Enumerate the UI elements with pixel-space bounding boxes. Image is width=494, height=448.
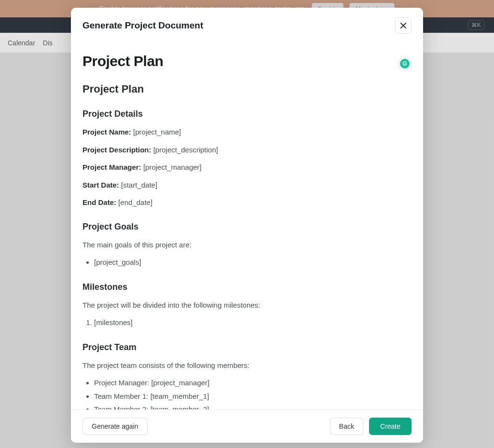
detail-value: [start_date] — [121, 181, 157, 189]
modal-footer: Generate again Back Create — [71, 409, 423, 443]
page-title: Project Plan — [82, 53, 412, 69]
list-item: [project_goals] — [94, 256, 412, 269]
list-item: Project Manager: [project_manager] — [94, 377, 412, 389]
detail-value: [project_manager] — [143, 163, 202, 171]
list-item: Team Member 1: [team_member_1] — [94, 390, 412, 403]
detail-start-date: Start Date: [start_date] — [82, 180, 412, 191]
detail-label: Project Manager: — [82, 163, 141, 171]
detail-project-name: Project Name: [project_name] — [82, 127, 412, 138]
detail-value: [project_description] — [153, 146, 218, 154]
detail-value: [end_date] — [118, 198, 152, 206]
section-heading-plan: Project Plan — [82, 83, 412, 95]
section-heading-milestones: Milestones — [82, 282, 412, 292]
team-list: Project Manager: [project_manager] Team … — [82, 377, 412, 409]
create-button[interactable]: Create — [369, 418, 412, 435]
detail-value: [project_name] — [133, 128, 181, 136]
close-icon — [399, 22, 407, 29]
list-item: Team Member 2: [team_member_2] — [94, 403, 412, 409]
footer-right-group: Back Create — [330, 418, 412, 435]
modal-body: G Project Plan Project Plan Project Deta… — [71, 38, 423, 409]
modal-header: Generate Project Document — [71, 8, 423, 38]
detail-label: Project Description: — [82, 146, 151, 154]
team-intro: The project team consists of the followi… — [82, 360, 412, 371]
detail-project-description: Project Description: [project_descriptio… — [82, 145, 412, 156]
detail-project-manager: Project Manager: [project_manager] — [82, 162, 412, 173]
close-button[interactable] — [395, 17, 412, 34]
section-heading-details: Project Details — [82, 109, 412, 119]
section-heading-team: Project Team — [82, 342, 412, 353]
grammarly-badge[interactable]: G — [398, 57, 412, 70]
back-button[interactable]: Back — [330, 418, 363, 435]
detail-label: End Date: — [82, 198, 116, 206]
grammarly-icon: G — [400, 59, 410, 68]
generate-again-button[interactable]: Generate again — [82, 418, 148, 435]
goals-list: [project_goals] — [82, 256, 412, 269]
detail-label: Project Name: — [82, 128, 131, 136]
modal-title: Generate Project Document — [82, 20, 203, 31]
list-item: [milestones] — [94, 316, 412, 329]
detail-end-date: End Date: [end_date] — [82, 197, 412, 208]
milestones-list: [milestones] — [82, 316, 412, 329]
generate-document-modal: Generate Project Document G Project Plan… — [71, 8, 423, 443]
milestones-intro: The project will be divided into the fol… — [82, 300, 412, 311]
section-heading-goals: Project Goals — [82, 222, 412, 232]
goals-intro: The main goals of this project are: — [82, 240, 412, 251]
detail-label: Start Date: — [82, 181, 119, 189]
